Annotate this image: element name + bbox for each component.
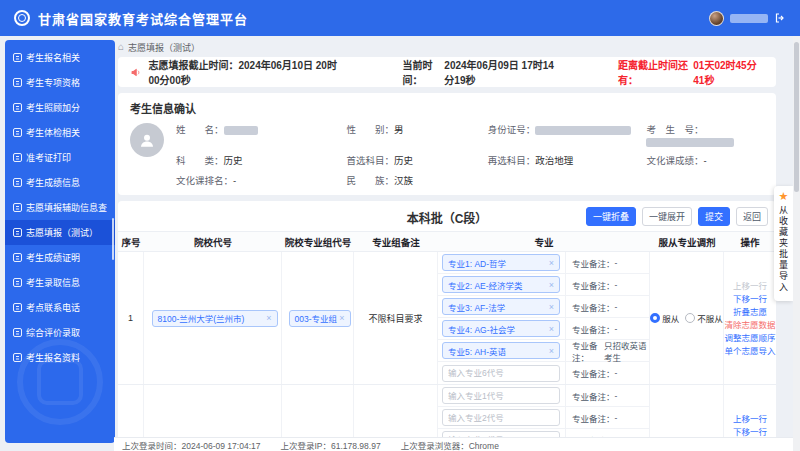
major-subrow: 专业3: AF-法学× 专业备注：-: [438, 296, 649, 318]
sidebar-item-chengji-zhengming[interactable]: 考生成绩证明: [5, 245, 115, 270]
person-icon: [138, 131, 156, 149]
move-up-link[interactable]: 上移一行: [733, 413, 767, 425]
sidebar-item-fuzhu[interactable]: 志愿填报辅助信息查询: [5, 195, 115, 220]
adjust-no-radio[interactable]: 不服从: [685, 312, 723, 324]
back-button[interactable]: 返回: [736, 207, 768, 226]
clear-icon[interactable]: ×: [549, 324, 554, 334]
sidebar-item-kaodian[interactable]: 考点联系电话: [5, 295, 115, 320]
sidebar-item-zhiyuan-tianbao[interactable]: 志愿填报（测试）: [5, 220, 115, 245]
table-header-row: 序号 院校代号 院校专业组代号 专业组备注 专业 服从专业调剂 操作: [118, 232, 776, 252]
row-index: 2: [118, 385, 144, 437]
sidebar-item-zhuanxiang[interactable]: 考生专项资格: [5, 70, 115, 95]
major-note: 专业备注：-: [565, 252, 649, 273]
favorites-import-label: 从收藏夹批量导入: [777, 205, 790, 293]
sidebar-watermark: [17, 339, 103, 425]
candidate-info-card: 考生信息确认 姓 名： 性 别：男 身份证号： 考 生 号： 科 类：历史 首选…: [118, 93, 776, 195]
menu-icon: [13, 153, 22, 162]
sidebar: 考生报名相关 考生专项资格 考生照顾加分 考生体检相关 准考证打印 考生成绩信息…: [5, 40, 115, 443]
import-single-link[interactable]: 单个志愿导入: [724, 345, 775, 357]
major-code-input[interactable]: [442, 409, 560, 426]
sidebar-item-luqu[interactable]: 考生录取信息: [5, 270, 115, 295]
breadcrumb[interactable]: ⌂ 志愿填报（测试）: [118, 39, 776, 55]
second-subject-label: 再选科目：: [488, 155, 536, 166]
reorder-link[interactable]: 调整志愿顺序: [724, 332, 775, 344]
page-scrollbar-thumb[interactable]: [794, 42, 799, 192]
clear-icon[interactable]: ×: [266, 313, 271, 323]
favorites-import-tab[interactable]: ★ 从收藏夹批量导入: [774, 186, 793, 301]
collapse-link[interactable]: 折叠志愿: [733, 306, 767, 318]
clear-icon[interactable]: ×: [339, 313, 344, 323]
major-select[interactable]: 专业1: AD-哲学×: [442, 254, 560, 271]
col-group-note: 专业组备注: [354, 235, 438, 249]
move-up-link[interactable]: 上移一行: [733, 280, 767, 292]
radio-unselected-icon: [685, 313, 695, 323]
clear-icon[interactable]: ×: [549, 258, 554, 268]
sidebar-item-baoming[interactable]: 考生报名相关: [5, 45, 115, 70]
current-time-value: 2024年06月09日 17时14分19秒: [444, 57, 562, 87]
major-subrow: 专业2: AE-经济学类× 专业备注：-: [438, 274, 649, 296]
move-down-link[interactable]: 下移一行: [733, 293, 767, 305]
sidebar-item-chengji[interactable]: 考生成绩信息: [5, 170, 115, 195]
adjust-yes-radio[interactable]: 服从: [650, 312, 679, 324]
menu-icon: [13, 103, 22, 112]
candidate-avatar: [130, 123, 164, 157]
first-subject-value: 历史: [394, 155, 413, 166]
submit-button[interactable]: 提交: [698, 207, 730, 226]
first-subject-label: 首选科目：: [347, 155, 395, 166]
major-note: 专业备注：-: [565, 318, 649, 339]
menu-icon: [13, 328, 22, 337]
menu-icon: [13, 228, 22, 237]
clear-icon[interactable]: ×: [549, 280, 554, 290]
last-login-ip-value: 61.178.98.97: [331, 441, 381, 451]
candidate-no-label: 考 生 号：: [646, 124, 703, 135]
clear-icon[interactable]: ×: [549, 346, 554, 356]
col-index: 序号: [118, 235, 144, 249]
last-login-time-value: 2024-06-09 17:04:17: [182, 441, 261, 451]
name-redacted: [224, 126, 258, 135]
major-subrow: 专业4: AG-社会学× 专业备注：-: [438, 318, 649, 340]
menu-icon: [13, 278, 22, 287]
rank-value: -: [233, 175, 236, 186]
major-select[interactable]: 专业2: AE-经济学类×: [442, 276, 560, 293]
sidebar-item-tijian[interactable]: 考生体检相关: [5, 120, 115, 145]
logout-icon[interactable]: [774, 12, 786, 24]
deadline-notice-bar: 志愿填报截止时间：2024年06月10日 20时00分00秒 当前时间：2024…: [118, 57, 776, 87]
major-note: 专业备注：-: [565, 362, 649, 384]
major-select[interactable]: 专业3: AF-法学×: [442, 298, 560, 315]
sidebar-item-jiafen[interactable]: 考生照顾加分: [5, 95, 115, 120]
countdown-label: 距离截止时间还有：: [618, 57, 693, 87]
page-scrollbar[interactable]: [793, 36, 800, 451]
radio-selected-icon: [650, 313, 660, 323]
group-select[interactable]: 003-专业组 ×: [289, 310, 351, 327]
collapse-all-button[interactable]: 一键折叠: [586, 207, 636, 226]
subject-label: 科 类：: [176, 155, 224, 166]
major-select[interactable]: 专业5: AH-英语×: [442, 342, 560, 359]
menu-icon: [13, 303, 22, 312]
last-login-browser-value: Chrome: [469, 441, 499, 451]
major-code-input[interactable]: [442, 365, 560, 382]
last-login-browser-label: 上次登录浏览器：: [401, 441, 469, 451]
major-code-input[interactable]: [442, 387, 560, 404]
college-select[interactable]: 8100-兰州大学(兰州市) ×: [152, 310, 278, 327]
clear-data-link[interactable]: 清除志愿数据: [724, 319, 775, 331]
rank-label: 文化课排名：: [176, 175, 233, 186]
menu-icon: [13, 203, 22, 212]
name-label: 姓 名：: [176, 124, 224, 135]
second-subject-value: 政治地理: [535, 155, 573, 166]
batch-card: 本科批（C段） 一键折叠 一键展开 提交 返回 序号 院校代号 院校专业组代号 …: [118, 201, 776, 437]
expand-all-button[interactable]: 一键展开: [642, 207, 692, 226]
clear-icon[interactable]: ×: [549, 302, 554, 312]
sidebar-item-zhunkaozheng[interactable]: 准考证打印: [5, 145, 115, 170]
major-subrow: 专业5: AH-英语× 专业备注：只招收英语考生: [438, 340, 649, 362]
move-down-link[interactable]: 下移一行: [733, 426, 767, 438]
group-note: [354, 385, 438, 437]
major-select[interactable]: 专业4: AG-社会学×: [442, 320, 560, 337]
major-subrow: 专业备注：-: [438, 429, 649, 437]
major-note: 专业备注：-: [565, 296, 649, 317]
sidebar-scrollbar-thumb[interactable]: [112, 218, 114, 260]
deadline-label: 志愿填报截止时间：: [148, 60, 238, 71]
major-note: 专业备注：-: [565, 429, 649, 437]
col-group: 院校专业组代号: [282, 235, 354, 249]
last-login-ip-label: 上次登录IP：: [280, 441, 331, 451]
user-avatar[interactable]: [709, 11, 724, 26]
